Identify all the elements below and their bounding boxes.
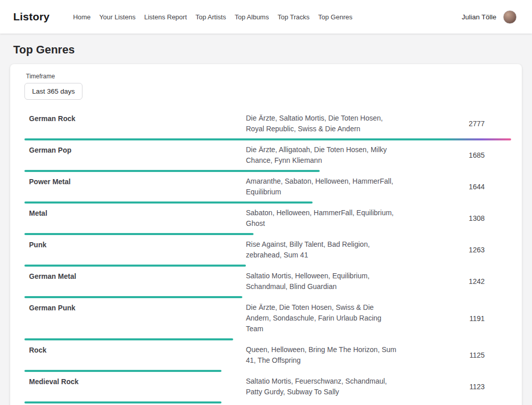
nav-item-top-genres[interactable]: Top Genres [318, 13, 352, 21]
nav-item-top-tracks[interactable]: Top Tracks [277, 13, 310, 21]
genre-name: German Metal [24, 271, 246, 280]
genre-row: Power MetalAmaranthe, Sabaton, Helloween… [24, 172, 511, 204]
genre-list: German RockDie Ärzte, Saltatio Mortis, D… [24, 109, 511, 405]
nav-item-your-listens[interactable]: Your Listens [99, 13, 135, 21]
genre-name: Rock [24, 344, 246, 354]
genre-listen-count: 1191 [400, 314, 511, 323]
genre-listen-count: 1123 [400, 383, 511, 391]
genre-row-content: German PunkDie Ärzte, Die Toten Hosen, S… [24, 302, 511, 334]
genre-listen-count: 1242 [400, 277, 511, 285]
genre-name: Power Metal [24, 176, 246, 186]
genre-name: German Punk [24, 302, 246, 312]
genre-row-content: German PopDie Ärzte, Alligatoah, Die Tot… [24, 144, 511, 166]
genre-row: PunkRise Against, Billy Talent, Bad Reli… [24, 235, 511, 267]
genre-name: Metal [24, 208, 246, 217]
genre-listen-count: 1125 [400, 351, 511, 359]
genre-row: German RockDie Ärzte, Saltatio Mortis, D… [24, 109, 511, 140]
genre-top-artists: Sabaton, Helloween, HammerFall, Equilibr… [246, 208, 400, 229]
genre-top-artists: Amaranthe, Sabaton, Helloween, HammerFal… [246, 176, 400, 197]
genre-top-artists: Die Ärzte, Saltatio Mortis, Die Toten Ho… [246, 113, 400, 134]
genre-top-artists: Die Ärzte, Alligatoah, Die Toten Hosen, … [246, 144, 400, 166]
genre-row-content: Power MetalAmaranthe, Sabaton, Helloween… [24, 176, 511, 197]
genre-top-artists: Rise Against, Billy Talent, Bad Religion… [246, 239, 400, 261]
genre-top-artists: Saltatio Mortis, Feuerschwanz, Schandmau… [246, 376, 400, 397]
genre-row: German PopDie Ärzte, Alligatoah, Die Tot… [24, 140, 511, 172]
genre-top-artists: Die Ärzte, Die Toten Hosen, Swiss & Die … [246, 302, 400, 334]
page-title: Top Genres [13, 43, 532, 56]
genre-row-content: German MetalSaltatio Mortis, Helloween, … [24, 271, 511, 292]
genre-row-content: RockQueen, Helloween, Bring Me The Horiz… [24, 344, 511, 366]
user-menu[interactable]: Julian Tölle [462, 10, 517, 24]
user-name: Julian Tölle [462, 13, 496, 21]
genre-listen-count: 1644 [400, 183, 511, 191]
top-navbar: Listory HomeYour ListensListens ReportTo… [0, 0, 532, 34]
genre-row: MetalSabaton, Helloween, HammerFall, Equ… [24, 204, 511, 235]
genre-row-content: German RockDie Ärzte, Saltatio Mortis, D… [24, 113, 511, 134]
genre-row: Medieval RockSaltatio Mortis, Feuerschwa… [24, 372, 511, 403]
genre-row-content: PunkRise Against, Billy Talent, Bad Reli… [24, 239, 511, 261]
genre-row-content: MetalSabaton, Helloween, HammerFall, Equ… [24, 208, 511, 229]
genre-row: German MetalSaltatio Mortis, Helloween, … [24, 267, 511, 298]
genre-name: German Rock [24, 113, 246, 123]
main-nav: HomeYour ListensListens ReportTop Artist… [73, 13, 462, 21]
genre-name: Medieval Rock [24, 376, 246, 386]
timeframe-select[interactable]: Last 365 days [24, 83, 82, 100]
genre-top-artists: Saltatio Mortis, Helloween, Equilibrium,… [246, 271, 400, 292]
app-logo[interactable]: Listory [13, 11, 49, 23]
genre-listen-count: 2777 [400, 120, 511, 128]
genre-row-content: Medieval RockSaltatio Mortis, Feuerschwa… [24, 376, 511, 397]
nav-item-top-artists[interactable]: Top Artists [195, 13, 226, 21]
nav-item-top-albums[interactable]: Top Albums [235, 13, 269, 21]
genre-listen-count: 1263 [400, 246, 511, 254]
nav-item-home[interactable]: Home [73, 13, 91, 21]
user-avatar[interactable] [503, 10, 517, 24]
genre-top-artists: Queen, Helloween, Bring Me The Horizon, … [246, 344, 400, 366]
genre-name: Punk [24, 239, 246, 249]
timeframe-label: Timeframe [26, 73, 511, 80]
genre-name: German Pop [24, 144, 246, 154]
genre-listen-count: 1685 [400, 151, 511, 159]
nav-item-listens-report[interactable]: Listens Report [144, 13, 187, 21]
genre-row: German PunkDie Ärzte, Die Toten Hosen, S… [24, 298, 511, 340]
genre-row: RockQueen, Helloween, Bring Me The Horiz… [24, 340, 511, 372]
top-genres-card: Timeframe Last 365 days German RockDie Ä… [10, 64, 522, 405]
genre-listen-count: 1308 [400, 214, 511, 222]
